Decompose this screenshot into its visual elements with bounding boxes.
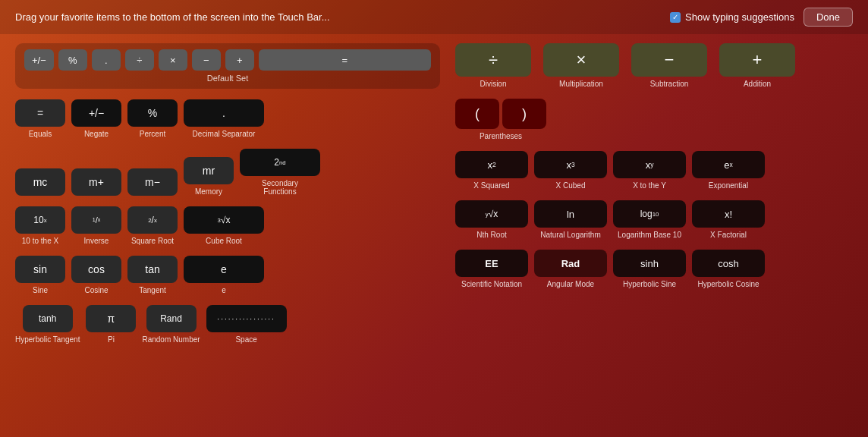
tanh-btn[interactable]: tanh xyxy=(23,305,73,332)
default-minus-btn[interactable]: − xyxy=(192,49,221,71)
lparen-btn[interactable]: ( xyxy=(455,99,499,129)
e-btn[interactable]: e xyxy=(184,256,264,283)
inverse-btn[interactable]: 1/x xyxy=(71,206,121,234)
main-content: +/− % . ÷ × − + = Default Set = Equals +… xyxy=(0,34,868,363)
sqrt-item: 2/x Square Root xyxy=(127,206,178,245)
rparen-btn[interactable]: ) xyxy=(502,99,546,129)
cos-label: Cosine xyxy=(84,286,108,294)
row2-left: mc m+ m− mr Memory 2nd Secondary Functio… xyxy=(15,149,440,196)
exponential-item: ex Exponential xyxy=(692,151,765,190)
parentheses-label: Parentheses xyxy=(480,132,522,140)
show-typing-checkbox[interactable]: ✓ xyxy=(670,12,681,23)
secondary-fn-btn[interactable]: 2nd xyxy=(240,149,320,176)
space-label: Space xyxy=(235,335,256,344)
ee-label: Scientific Notation xyxy=(461,280,522,288)
e-item: e e xyxy=(184,256,264,294)
default-plus-minus-btn[interactable]: +/− xyxy=(24,49,54,71)
nthroot-btn[interactable]: y√x xyxy=(455,200,528,228)
decimal-btn[interactable]: . xyxy=(184,99,264,127)
cosh-btn[interactable]: cosh xyxy=(692,250,765,277)
ln-btn[interactable]: ln xyxy=(534,200,607,228)
percent-item: % Percent xyxy=(127,99,178,138)
sin-btn[interactable]: sin xyxy=(15,256,65,283)
cbrt-item: 3√x Cube Root xyxy=(184,206,264,245)
default-multiply-btn[interactable]: × xyxy=(159,49,187,71)
ln-label: Natural Logarithm xyxy=(540,231,600,239)
equals-label: Equals xyxy=(29,130,52,138)
row1-left: = Equals +/− Negate % Percent . Decimal … xyxy=(15,99,440,138)
division-btn[interactable]: ÷ xyxy=(455,43,531,77)
multiplication-item: × Multiplication xyxy=(543,43,619,88)
exponential-btn[interactable]: ex xyxy=(692,151,765,178)
ee-btn[interactable]: EE xyxy=(455,250,528,277)
top-bar: Drag your favorite items to the bottom o… xyxy=(0,0,868,34)
tenx-btn[interactable]: 10x xyxy=(15,206,65,234)
pi-item: π Pi xyxy=(86,305,136,344)
tanh-item: tanh Hyperbolic Tangent xyxy=(15,305,80,344)
factorial-item: x! X Factorial xyxy=(692,200,765,239)
mr-btn[interactable]: mr xyxy=(184,157,234,184)
cbrt-label: Cube Root xyxy=(206,237,242,245)
factorial-btn[interactable]: x! xyxy=(692,200,765,228)
negate-btn[interactable]: +/− xyxy=(71,99,121,127)
mplus-btn[interactable]: m+ xyxy=(71,168,121,196)
default-set-label: Default Set xyxy=(24,74,431,83)
nthroot-item: y√x Nth Root xyxy=(455,200,528,239)
parentheses-row: ( ) Parentheses xyxy=(455,99,853,140)
xcubed-btn[interactable]: x3 xyxy=(534,151,607,178)
sinh-btn[interactable]: sinh xyxy=(613,250,686,277)
pi-btn[interactable]: π xyxy=(86,305,136,332)
show-typing-label[interactable]: ✓ Show typing suggestions xyxy=(670,11,794,23)
done-button[interactable]: Done xyxy=(804,8,853,27)
nthroot-label: Nth Root xyxy=(476,231,506,239)
parentheses-item: ( ) Parentheses xyxy=(455,99,546,140)
equals-item: = Equals xyxy=(15,99,65,138)
subtraction-btn[interactable]: − xyxy=(631,43,707,77)
xsquared-btn[interactable]: x2 xyxy=(455,151,528,178)
tenx-label: 10 to the X xyxy=(22,237,58,245)
xsquared-item: x2 X Squared xyxy=(455,151,528,190)
rad-label: Angular Mode xyxy=(547,280,594,288)
addition-btn[interactable]: + xyxy=(719,43,795,77)
cbrt-btn[interactable]: 3√x xyxy=(184,206,264,234)
mminus-item: m− xyxy=(127,168,178,196)
log10-item: log10 Logarithm Base 10 xyxy=(613,200,686,239)
tan-label: Tangent xyxy=(139,286,166,294)
xtoy-item: xy X to the Y xyxy=(613,151,686,190)
rad-btn[interactable]: Rad xyxy=(534,250,607,277)
default-divide-btn[interactable]: ÷ xyxy=(125,49,154,71)
inverse-label: Inverse xyxy=(84,237,109,245)
default-equals-btn[interactable]: = xyxy=(259,49,431,71)
percent-btn[interactable]: % xyxy=(127,99,178,127)
multiplication-label: Multiplication xyxy=(559,80,603,88)
log10-btn[interactable]: log10 xyxy=(613,200,686,228)
cos-btn[interactable]: cos xyxy=(71,256,121,283)
mc-btn[interactable]: mc xyxy=(15,168,65,196)
mr-item: mr Memory xyxy=(184,157,234,196)
rand-btn[interactable]: Rand xyxy=(146,305,197,332)
cos-item: cos Cosine xyxy=(71,256,121,294)
sqrt-label: Square Root xyxy=(131,237,174,245)
default-set-buttons: +/− % . ÷ × − + = xyxy=(24,49,431,71)
space-btn[interactable]: ················ xyxy=(206,305,287,332)
default-percent-btn[interactable]: % xyxy=(58,49,87,71)
space-item: ················ Space xyxy=(206,305,287,344)
sin-item: sin Sine xyxy=(15,256,65,294)
default-decimal-btn[interactable]: . xyxy=(92,49,121,71)
negate-label: Negate xyxy=(84,130,108,138)
rad-item: Rad Angular Mode xyxy=(534,250,607,288)
multiplication-btn[interactable]: × xyxy=(543,43,619,77)
xtoy-btn[interactable]: xy xyxy=(613,151,686,178)
log10-label: Logarithm Base 10 xyxy=(618,231,681,239)
equals-btn[interactable]: = xyxy=(15,99,65,127)
ln-item: ln Natural Logarithm xyxy=(534,200,607,239)
mminus-btn[interactable]: m− xyxy=(127,168,178,196)
sqrt-btn[interactable]: 2/x xyxy=(127,206,178,234)
tanh-label: Hyperbolic Tangent xyxy=(15,335,80,344)
top-bar-right: ✓ Show typing suggestions Done xyxy=(670,8,853,27)
default-plus-btn[interactable]: + xyxy=(225,49,254,71)
secondary-fn-item: 2nd Secondary Functions xyxy=(240,149,320,196)
tan-btn[interactable]: tan xyxy=(127,256,178,283)
xsquared-label: X Squared xyxy=(473,181,509,190)
cosh-label: Hyperbolic Cosine xyxy=(697,280,759,288)
